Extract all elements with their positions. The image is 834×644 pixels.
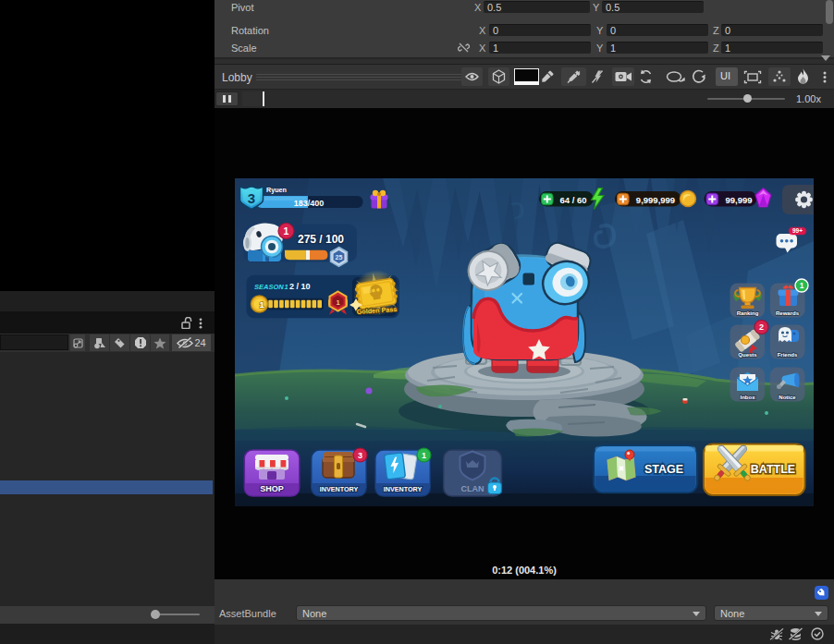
svg-text:64 / 60: 64 / 60: [559, 195, 586, 205]
svg-text:99,999: 99,999: [725, 195, 752, 205]
svg-text:9,999,999: 9,999,999: [636, 195, 675, 205]
svg-text:3: 3: [358, 451, 362, 460]
svg-text:3: 3: [248, 190, 255, 206]
svg-text:Inbox: Inbox: [741, 395, 756, 400]
svg-text:Quests: Quests: [738, 352, 757, 358]
svg-text:2: 2: [759, 322, 764, 332]
svg-text:SHOP: SHOP: [260, 484, 284, 493]
svg-text:SEASON: SEASON: [254, 283, 284, 291]
svg-text:Ryuen: Ryuen: [266, 186, 287, 194]
svg-text:183/400: 183/400: [294, 199, 325, 208]
svg-text:Notice: Notice: [779, 395, 796, 400]
svg-text:1: 1: [260, 299, 265, 310]
svg-text:1: 1: [284, 225, 289, 237]
svg-text:25: 25: [336, 254, 343, 261]
svg-text:1: 1: [422, 451, 426, 460]
svg-text:BATTLE: BATTLE: [751, 463, 795, 476]
svg-text:STAGE: STAGE: [644, 463, 683, 476]
svg-text:INVENTORY: INVENTORY: [384, 485, 423, 493]
svg-text:2 / 10: 2 / 10: [289, 282, 311, 291]
svg-text:99+: 99+: [792, 227, 803, 234]
svg-text:1: 1: [336, 298, 339, 307]
svg-text:1: 1: [800, 281, 804, 290]
svg-text:CLAN: CLAN: [461, 484, 484, 493]
svg-text:INVENTORY: INVENTORY: [320, 485, 359, 493]
svg-text:275 / 100: 275 / 100: [298, 233, 344, 246]
svg-text:Rewards: Rewards: [776, 310, 800, 316]
svg-text:Friends: Friends: [778, 352, 798, 358]
svg-text:Ranking: Ranking: [737, 310, 759, 316]
svg-text:1: 1: [285, 283, 288, 291]
